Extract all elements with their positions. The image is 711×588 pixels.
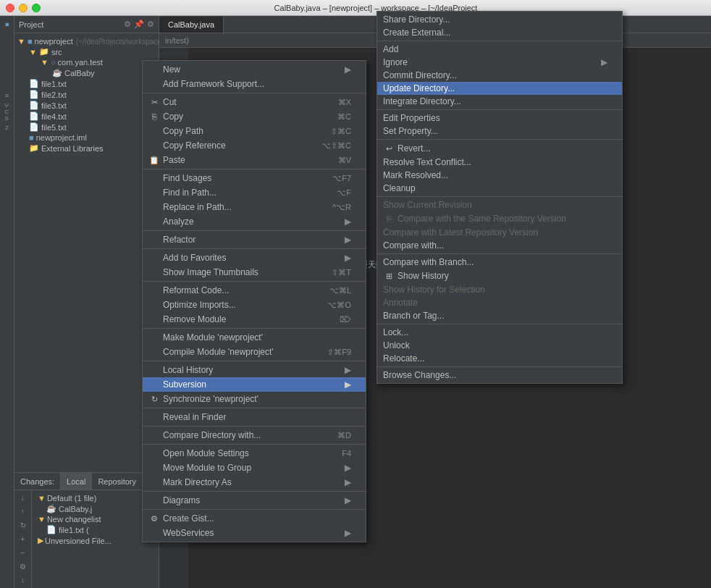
- menu-item-reveal-finder[interactable]: Reveal in Finder: [143, 410, 366, 424]
- menu-item-favorites[interactable]: Add to Favorites ▶: [143, 251, 366, 265]
- history-icon: [148, 364, 160, 376]
- separator-5: [143, 281, 366, 282]
- menu-item-find-usages[interactable]: Find Usages ⌥F7: [143, 171, 366, 185]
- svn-sep-3: [377, 139, 622, 140]
- replace-icon: [148, 201, 160, 213]
- menu-item-lock[interactable]: Lock...: [377, 326, 622, 339]
- menu-item-mark-resolved[interactable]: Mark Resolved...: [377, 169, 622, 182]
- cut-icon: ✂: [148, 96, 160, 108]
- svn-sep-1: [377, 41, 622, 41]
- menu-item-copy-reference[interactable]: Copy Reference ⌥⇧⌘C: [143, 138, 366, 153]
- svn-sep-7: [377, 366, 622, 367]
- svn-icon: [148, 379, 160, 390]
- menu-item-add[interactable]: Add: [377, 43, 622, 56]
- menu-item-share-dir[interactable]: Share Directory...: [377, 13, 622, 26]
- menu-item-unlock[interactable]: Unlock: [377, 339, 622, 352]
- find-path-icon: [148, 187, 160, 198]
- copy-icon: ⎘: [148, 111, 160, 122]
- menu-item-module-settings[interactable]: Open Module Settings F4: [143, 446, 366, 461]
- show-history-icon: ⊞: [383, 270, 395, 282]
- separator-7: [143, 361, 366, 361]
- menu-item-webservices[interactable]: WebServices ▶: [143, 526, 366, 540]
- menu-item-branch-tag[interactable]: Branch or Tag...: [377, 309, 622, 322]
- menu-item-remove-module[interactable]: Remove Module ⌦: [143, 312, 366, 327]
- framework-icon: [148, 78, 160, 90]
- menu-item-optimize-imports[interactable]: Optimize Imports... ⌥⌘O: [143, 298, 366, 312]
- copy-ref-icon: [148, 140, 160, 151]
- menu-item-relocate[interactable]: Relocate...: [377, 352, 622, 365]
- menu-item-update-dir[interactable]: Update Directory...: [377, 82, 622, 95]
- menu-item-commit-dir[interactable]: Commit Directory...: [377, 69, 622, 82]
- move-icon: [148, 462, 160, 474]
- menu-item-refactor[interactable]: Refactor ▶: [143, 232, 366, 247]
- ignore-arrow: ▶: [601, 57, 607, 67]
- menu-item-make-module[interactable]: Make Module 'newproject': [143, 330, 366, 345]
- menu-item-paste[interactable]: 📋 Paste ⌘V: [143, 153, 366, 167]
- svn-sep-6: [377, 324, 622, 324]
- menu-item-edit-props[interactable]: Edit Properties: [377, 112, 622, 125]
- favorites-icon: [148, 252, 160, 264]
- menu-item-resolve-conflict[interactable]: Resolve Text Conflict...: [377, 156, 622, 169]
- webservices-icon: [148, 527, 160, 539]
- menu-item-revert[interactable]: ↩ Revert...: [377, 141, 622, 156]
- svn-right-menu: Share Directory... Create External... Ad…: [376, 11, 623, 384]
- compare-icon: [148, 429, 160, 441]
- menu-item-subversion[interactable]: Subversion ▶: [143, 377, 366, 392]
- separator-2: [143, 169, 366, 169]
- menu-item-analyze[interactable]: Analyze ▶: [143, 214, 366, 229]
- menu-item-compare-branch[interactable]: Compare with Branch...: [377, 256, 622, 269]
- menu-item-local-history[interactable]: Local History ▶: [143, 363, 366, 377]
- refactor-icon: [148, 234, 160, 245]
- menu-item-copy-path[interactable]: Copy Path ⇧⌘C: [143, 124, 366, 138]
- menu-item-diagrams[interactable]: Diagrams ▶: [143, 493, 366, 508]
- menu-item-create-external[interactable]: Create External...: [377, 26, 622, 39]
- copy-path-icon: [148, 125, 160, 137]
- svn-sep-4: [377, 196, 622, 197]
- favorites-arrow: ▶: [345, 253, 351, 263]
- menu-item-compare-dir[interactable]: Compare Directory with... ⌘D: [143, 428, 366, 442]
- menu-item-cut[interactable]: ✂ Cut ⌘X: [143, 95, 366, 109]
- menu-item-compare-latest: Compare with Latest Repository Version: [377, 226, 622, 239]
- compare-repo-icon: ⎘: [383, 213, 395, 224]
- diagrams-arrow: ▶: [345, 495, 351, 505]
- menu-item-set-property[interactable]: Set Property...: [377, 125, 622, 138]
- menu-item-create-gist[interactable]: ⚙ Create Gist...: [143, 511, 366, 526]
- menu-item-compile-module[interactable]: Compile Module 'newproject' ⇧⌘F9: [143, 345, 366, 359]
- svn-sep-5: [377, 253, 622, 254]
- svn-arrow: ▶: [345, 379, 351, 390]
- mark-icon: [148, 476, 160, 488]
- menu-item-show-revision: Show Current Revision: [377, 198, 622, 211]
- menu-item-thumbnails[interactable]: Show Image Thumbnails ⇧⌘T: [143, 265, 366, 280]
- menu-item-compare-same-repo: ⎘ Compare with the Same Repository Versi…: [377, 211, 622, 226]
- menu-item-show-history[interactable]: ⊞ Show History: [377, 269, 622, 283]
- menu-item-mark-dir[interactable]: Mark Directory As ▶: [143, 475, 366, 490]
- separator-6: [143, 328, 366, 329]
- menu-item-integrate-dir[interactable]: Integrate Directory...: [377, 95, 622, 108]
- menu-item-replace-in-path[interactable]: Replace in Path... ^⌥R: [143, 200, 366, 214]
- menu-item-ignore[interactable]: Ignore ▶: [377, 56, 622, 69]
- separator-1: [143, 93, 366, 93]
- menu-item-compare-with[interactable]: Compare with...: [377, 239, 622, 252]
- svn-sep-2: [377, 109, 622, 110]
- finder-icon: [148, 411, 160, 423]
- new-icon: [148, 64, 160, 75]
- optimize-icon: [148, 299, 160, 311]
- mark-arrow: ▶: [345, 477, 351, 487]
- separator-9: [143, 426, 366, 427]
- menu-item-reformat[interactable]: Reformat Code... ⌥⌘L: [143, 283, 366, 298]
- menu-item-new[interactable]: New ▶: [143, 62, 366, 77]
- menu-item-find-in-path[interactable]: Find in Path... ⌥F: [143, 185, 366, 200]
- separator-4: [143, 248, 366, 249]
- reformat-icon: [148, 285, 160, 296]
- module-settings-icon: [148, 448, 160, 459]
- find-usages-icon: [148, 172, 160, 184]
- menu-item-copy[interactable]: ⎘ Copy ⌘C: [143, 109, 366, 124]
- menu-item-browse-changes[interactable]: Browse Changes...: [377, 369, 622, 382]
- context-menu-overlay: New ▶ Add Framework Support... ✂ Cut ⌘X …: [0, 0, 711, 588]
- menu-item-add-framework[interactable]: Add Framework Support...: [143, 77, 366, 91]
- gist-icon: ⚙: [148, 513, 160, 524]
- compile-icon: [148, 346, 160, 358]
- menu-item-synchronize[interactable]: ↻ Synchronize 'newproject': [143, 392, 366, 406]
- menu-item-cleanup[interactable]: Cleanup: [377, 182, 622, 195]
- menu-item-move-module[interactable]: Move Module to Group ▶: [143, 461, 366, 475]
